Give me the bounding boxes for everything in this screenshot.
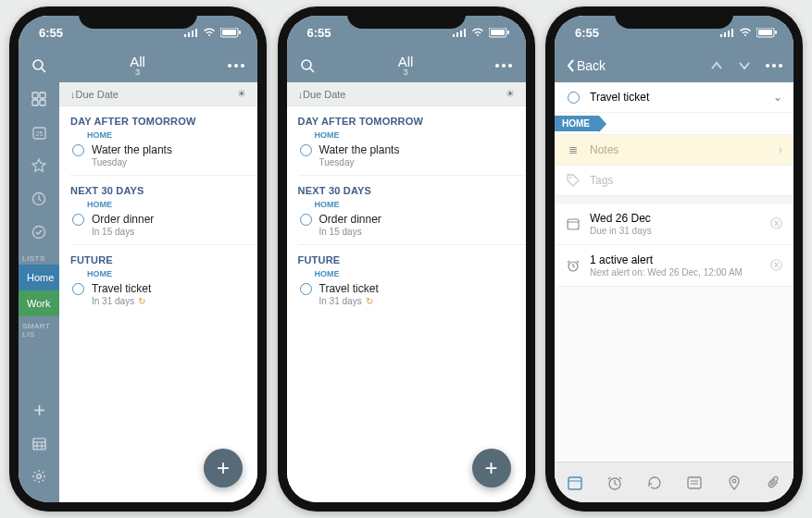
- signal-icon: [719, 28, 734, 37]
- task-subtitle: In 15 days: [319, 227, 381, 237]
- task-row[interactable]: Travel ticket In 31 days↻: [287, 278, 526, 314]
- task-title: Water the plants: [92, 143, 172, 156]
- more-icon[interactable]: [495, 64, 512, 68]
- sidebar-scheduled-icon[interactable]: [19, 182, 59, 216]
- signal-icon: [452, 28, 467, 37]
- sidebar-settings-icon[interactable]: [19, 460, 59, 493]
- tab-repeat-icon[interactable]: [646, 475, 663, 491]
- wifi-icon: [203, 28, 216, 37]
- sidebar-grid-icon[interactable]: [19, 82, 59, 116]
- sidebar-add-icon[interactable]: [19, 393, 59, 426]
- tag-icon: [566, 174, 581, 187]
- battery-icon: [220, 28, 241, 38]
- svg-rect-5: [32, 92, 38, 98]
- task-subtitle: Tuesday: [92, 157, 172, 167]
- sidebar-calendar-icon[interactable]: [19, 426, 59, 460]
- svg-rect-25: [758, 30, 772, 35]
- svg-point-3: [33, 60, 43, 69]
- checkbox-icon[interactable]: [300, 144, 312, 156]
- status-icons: [452, 28, 509, 38]
- tab-alarm-icon[interactable]: [606, 475, 623, 491]
- prev-task-icon[interactable]: [710, 61, 723, 70]
- due-date-row[interactable]: Wed 26 Dec Due in 31 days ⓧ: [555, 204, 793, 245]
- notes-icon: ≣: [566, 143, 581, 156]
- more-icon[interactable]: [766, 64, 782, 68]
- battery-icon: [489, 28, 509, 38]
- checkbox-icon[interactable]: [72, 283, 84, 295]
- clear-date-icon[interactable]: ⓧ: [770, 216, 782, 232]
- sidebar-list-home[interactable]: Home: [19, 265, 59, 290]
- tab-attachment-icon[interactable]: [766, 475, 782, 491]
- sidebar-list-work[interactable]: Work: [19, 290, 59, 316]
- sort-options-icon[interactable]: ☀: [237, 88, 246, 100]
- battery-icon: [756, 28, 777, 38]
- checkbox-icon[interactable]: [300, 214, 312, 226]
- svg-rect-6: [40, 92, 45, 98]
- status-icons: [719, 28, 777, 38]
- phone-1: 6:55 All 3 25: [9, 6, 267, 512]
- task-title: Travel ticket: [92, 282, 151, 295]
- sidebar-completed-icon[interactable]: [19, 216, 59, 249]
- tab-location-icon[interactable]: [726, 475, 743, 491]
- recurring-icon: ↻: [366, 296, 373, 306]
- bottom-toolbar: [555, 462, 793, 502]
- task-tag: HOME: [59, 130, 257, 140]
- sort-label: ↓Due Date: [298, 89, 346, 100]
- status-time: 6:55: [307, 26, 331, 40]
- task-tag: HOME: [59, 200, 257, 209]
- search-icon[interactable]: [300, 58, 316, 74]
- sidebar-today-icon[interactable]: 25: [19, 116, 59, 149]
- sidebar-section-lists: LISTS: [19, 249, 59, 265]
- tab-subtasks-icon[interactable]: [686, 475, 703, 491]
- task-row[interactable]: Travel ticket In 31 days↻: [59, 278, 257, 314]
- page-title: All 3: [398, 55, 414, 77]
- tab-date-icon[interactable]: [567, 475, 583, 491]
- status-time: 6:55: [575, 26, 599, 40]
- task-title: Order dinner: [319, 213, 381, 226]
- due-date-title: Wed 26 Dec: [590, 212, 761, 225]
- list-ribbon[interactable]: HOME: [555, 113, 793, 135]
- alert-row[interactable]: 1 active alert Next alert on: Wed 26 Dec…: [555, 245, 793, 287]
- signal-icon: [183, 28, 198, 37]
- svg-point-12: [33, 227, 45, 239]
- task-subtitle: Tuesday: [319, 157, 400, 167]
- task-title-row[interactable]: Travel ticket ⌄: [555, 82, 793, 113]
- task-row[interactable]: Order dinner In 15 days: [287, 209, 526, 244]
- svg-point-27: [569, 177, 571, 179]
- add-task-button[interactable]: +: [204, 449, 243, 487]
- add-task-button[interactable]: +: [472, 449, 511, 487]
- next-task-icon[interactable]: [738, 61, 751, 70]
- svg-rect-34: [688, 477, 701, 488]
- phone-3: 6:55 Back: [545, 6, 803, 512]
- section-header: FUTURE: [287, 245, 526, 269]
- svg-line-4: [42, 68, 45, 72]
- svg-rect-20: [491, 30, 505, 35]
- alarm-icon: [566, 259, 581, 272]
- notes-row[interactable]: ≣ Notes ›: [555, 135, 793, 166]
- svg-rect-2: [239, 31, 241, 34]
- section-header: NEXT 30 DAYS: [59, 176, 257, 200]
- chevron-down-icon[interactable]: ⌄: [773, 91, 782, 104]
- alert-sub: Next alert on: Wed 26 Dec, 12:00 AM: [590, 267, 761, 278]
- checkbox-icon[interactable]: [72, 144, 84, 156]
- checkbox-icon[interactable]: [300, 283, 312, 295]
- clear-alert-icon[interactable]: ⓧ: [770, 257, 782, 274]
- task-row[interactable]: Order dinner In 15 days: [59, 209, 257, 244]
- sort-bar[interactable]: ↓Due Date ☀: [59, 82, 257, 106]
- page-title: All 3: [130, 55, 145, 77]
- task-row[interactable]: Water the plants Tuesday: [287, 140, 526, 175]
- task-title: Water the plants: [319, 143, 400, 156]
- alert-title: 1 active alert: [590, 253, 761, 266]
- task-tag: HOME: [59, 269, 257, 278]
- back-button[interactable]: Back: [566, 58, 606, 73]
- search-icon[interactable]: [31, 58, 47, 74]
- sidebar-star-icon[interactable]: [19, 149, 59, 182]
- more-icon[interactable]: [228, 64, 244, 68]
- tags-row[interactable]: Tags: [555, 166, 793, 196]
- task-row[interactable]: Water the plants Tuesday: [59, 140, 257, 175]
- checkbox-icon[interactable]: [72, 214, 84, 226]
- checkbox-icon[interactable]: [568, 92, 580, 104]
- task-title: Travel ticket: [590, 91, 764, 104]
- sort-bar[interactable]: ↓Due Date ☀: [287, 82, 526, 106]
- sort-options-icon[interactable]: ☀: [506, 88, 515, 100]
